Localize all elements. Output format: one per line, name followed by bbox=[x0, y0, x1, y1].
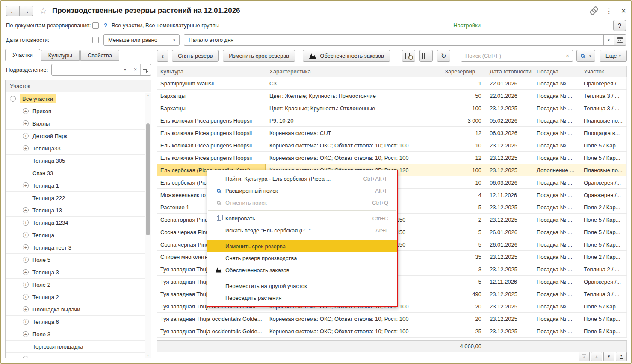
expand-icon[interactable]: + bbox=[23, 145, 29, 151]
go-last-button[interactable]: ▼ bbox=[616, 352, 627, 361]
column-header[interactable]: Зарезервир... bbox=[441, 66, 486, 77]
expand-icon[interactable]: + bbox=[23, 294, 29, 300]
expand-icon[interactable]: + bbox=[23, 182, 29, 188]
inline-help-icon[interactable]: ? bbox=[104, 22, 107, 29]
menu-item[interactable]: Изменить срок резерва bbox=[207, 240, 397, 252]
expand-icon[interactable]: + bbox=[23, 207, 29, 213]
order-supply-button[interactable]: Обеспеченность заказов bbox=[303, 50, 390, 62]
tab-Участки[interactable]: Участки bbox=[5, 49, 40, 61]
tree-item[interactable]: +Детский Парк bbox=[6, 130, 145, 142]
favorite-star-icon[interactable]: ☆ bbox=[39, 6, 47, 16]
expand-icon[interactable]: + bbox=[23, 319, 29, 325]
table-row[interactable]: БархатцыЦвет: Желтые; Крупность: Прямост… bbox=[157, 90, 627, 102]
expand-icon[interactable]: + bbox=[23, 269, 29, 275]
tree-item[interactable]: Теплица 222 bbox=[6, 192, 145, 204]
go-next-button[interactable]: ▼ bbox=[603, 352, 614, 361]
tree-item[interactable]: +Теплица тест 3 bbox=[6, 241, 145, 254]
table-row[interactable]: Ель колючая Picea pungens HoopsiiP9; 10-… bbox=[157, 114, 627, 127]
menu-item[interactable]: Переместить на другой участок bbox=[207, 280, 397, 292]
kebab-menu-icon[interactable]: ⋮ bbox=[605, 7, 612, 15]
subdivision-select[interactable]: ▾ × bbox=[51, 64, 151, 76]
scroll-up-icon[interactable]: ▲ bbox=[145, 94, 151, 97]
expand-icon[interactable]: + bbox=[23, 108, 29, 114]
expand-icon[interactable]: + bbox=[23, 232, 29, 238]
expand-icon[interactable]: + bbox=[23, 356, 29, 358]
expand-icon[interactable]: + bbox=[23, 120, 29, 126]
calendar-button[interactable] bbox=[614, 34, 626, 46]
expand-icon[interactable]: + bbox=[23, 133, 29, 139]
menu-item[interactable]: Пересадить растения bbox=[207, 292, 397, 304]
tab-Культуры[interactable]: Культуры bbox=[41, 50, 80, 61]
menu-item[interactable]: Расширенный поискAlt+F bbox=[207, 185, 397, 197]
more-button[interactable]: Еще▾ bbox=[600, 50, 627, 62]
tree-item[interactable]: +Теплица bbox=[6, 229, 145, 241]
chevron-down-icon[interactable]: ▾ bbox=[169, 35, 179, 45]
settings-link[interactable]: Настройки bbox=[453, 22, 481, 29]
expand-icon[interactable]: + bbox=[23, 306, 29, 312]
readiness-date-checkbox[interactable] bbox=[92, 37, 99, 43]
search-input[interactable] bbox=[461, 50, 562, 61]
tree-item[interactable]: +Теплица 2 bbox=[6, 291, 145, 303]
menu-item[interactable]: Снять резерв производства bbox=[207, 252, 397, 264]
help-button[interactable]: ? bbox=[613, 20, 626, 31]
tree-item[interactable]: +Теплица 13 bbox=[6, 204, 145, 217]
chevron-down-icon[interactable]: ▾ bbox=[120, 64, 130, 75]
tree-item[interactable]: +Поле 3 bbox=[6, 328, 145, 341]
collapse-icon[interactable]: − bbox=[10, 96, 16, 102]
tree-item[interactable]: +Площадка выдачи bbox=[6, 303, 145, 316]
table-row[interactable]: БархатцыЦвет: Красные; Крупность: Отклон… bbox=[157, 102, 627, 114]
column-header[interactable]: Участок bbox=[580, 66, 627, 77]
collapse-panel-button[interactable]: ‹ bbox=[157, 50, 168, 62]
tree-scrollbar[interactable]: ▲ ▼ bbox=[145, 93, 151, 358]
tree-item[interactable]: Спэн 33 bbox=[6, 167, 145, 179]
panel-splitter[interactable] bbox=[154, 49, 154, 359]
tree-item[interactable]: Торговая площадка bbox=[6, 341, 145, 353]
menu-item[interactable]: КопироватьCtrl+C bbox=[207, 212, 397, 224]
close-icon[interactable]: × bbox=[621, 7, 626, 15]
change-reserve-term-button[interactable]: Изменить срок резерва bbox=[223, 50, 295, 62]
refresh-button[interactable]: ↻ bbox=[437, 50, 450, 62]
clear-search-icon[interactable]: × bbox=[562, 50, 573, 61]
tree-item[interactable]: +Теплица 3 bbox=[6, 266, 145, 279]
tree-item[interactable]: +Теплица33 bbox=[6, 142, 145, 155]
condition-select[interactable]: Меньше или равно ▾ bbox=[103, 34, 180, 46]
tree-item[interactable]: +Виллы bbox=[6, 117, 145, 130]
tree-header[interactable]: Участок bbox=[6, 80, 151, 92]
tab-Свойства[interactable]: Свойства bbox=[80, 50, 119, 61]
column-header[interactable]: Дата готовности bbox=[486, 66, 533, 77]
table-row[interactable]: Туя западная Thuja occidentalis Golde...… bbox=[157, 313, 627, 325]
tree-item[interactable]: +Прикоп bbox=[6, 105, 145, 117]
table-row[interactable]: Ель колючая Picea pungens HoopsiiКорнева… bbox=[157, 127, 627, 139]
menu-item[interactable]: Обеспеченность заказов bbox=[207, 264, 397, 276]
open-form-icon[interactable] bbox=[140, 64, 151, 75]
go-prev-button[interactable]: ▲ bbox=[591, 352, 602, 361]
tree-item[interactable]: +Теплица 6 bbox=[6, 316, 145, 328]
scroll-down-icon[interactable]: ▼ bbox=[145, 354, 151, 357]
expand-icon[interactable]: + bbox=[23, 257, 29, 263]
search-menu-button[interactable]: ▾ bbox=[576, 50, 595, 62]
clear-icon[interactable]: × bbox=[130, 64, 140, 75]
remove-reserve-button[interactable]: Снять резерв bbox=[172, 50, 219, 62]
date-dropdown-icon[interactable]: ▾ bbox=[603, 34, 614, 46]
reserve-docs-checkbox[interactable] bbox=[92, 22, 99, 29]
tree-item[interactable]: −Все участки bbox=[6, 93, 145, 105]
column-header[interactable]: Характеристика bbox=[266, 66, 441, 77]
get-link-icon[interactable] bbox=[588, 5, 599, 16]
tree-item[interactable]: + bbox=[6, 353, 145, 358]
menu-item[interactable]: Найти: Культура - Ель сербская (Picea ..… bbox=[207, 173, 397, 185]
table-row[interactable]: Ель колючая Picea pungens HoopsiiКорнева… bbox=[157, 152, 627, 164]
table-row[interactable]: Ель колючая Picea pungens HoopsiiКорнева… bbox=[157, 139, 627, 152]
column-settings-button[interactable] bbox=[419, 50, 433, 62]
table-row[interactable]: Spathiphyllum WallisiiC3122.01.2026Посад… bbox=[157, 77, 627, 90]
table-row[interactable]: Туя западная Thuja occidentalis Golde...… bbox=[157, 325, 627, 338]
tree-item[interactable]: Теплица 305 bbox=[6, 155, 145, 167]
tree-item[interactable]: +Поле 2 bbox=[6, 279, 145, 291]
barcode-scan-button[interactable] bbox=[402, 50, 415, 62]
menu-item[interactable]: Искать везде "Ель сербская (P..."Alt+L bbox=[207, 224, 397, 236]
tree-item[interactable]: +Теплица 1 bbox=[6, 179, 145, 192]
menu-item[interactable]: Отменить поискCtrl+Q bbox=[207, 197, 397, 208]
column-header[interactable]: Культура bbox=[157, 66, 266, 77]
tree-item[interactable]: +Теплица 1234 bbox=[6, 217, 145, 229]
expand-icon[interactable]: + bbox=[23, 244, 29, 250]
back-button[interactable]: ← bbox=[6, 6, 20, 16]
